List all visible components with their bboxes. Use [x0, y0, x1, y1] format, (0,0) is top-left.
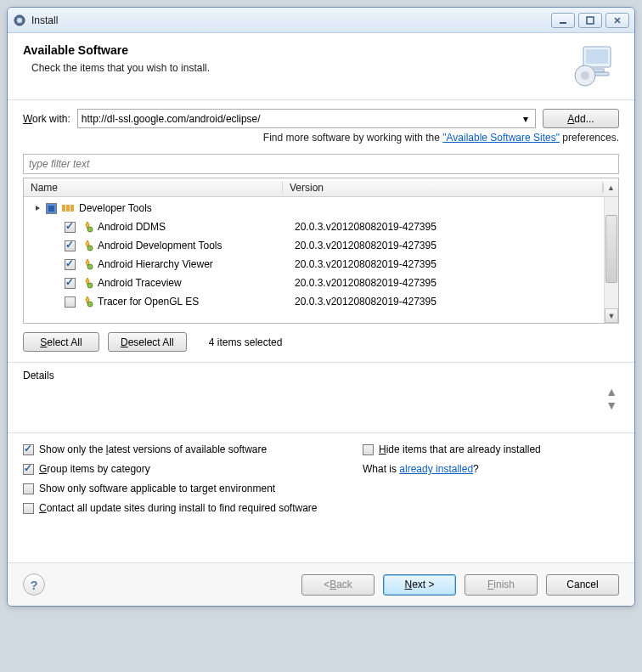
item-checkbox[interactable]	[65, 296, 76, 308]
help-button[interactable]: ?	[23, 573, 45, 596]
tree-item-version: 20.0.3.v201208082019-427395	[295, 221, 436, 233]
page-subtitle: Check the items that you wish to install…	[23, 62, 561, 74]
item-checkbox[interactable]	[65, 222, 76, 233]
software-tree: Name Version ▲	[23, 178, 619, 324]
group-by-category-checkbox[interactable]	[23, 464, 34, 475]
expand-toggle-icon[interactable]	[34, 204, 42, 212]
app-icon	[13, 14, 26, 27]
tree-item-label: Android Traceview	[98, 277, 295, 289]
tree-item-label: Android Development Tools	[98, 240, 295, 251]
svg-rect-2	[560, 22, 566, 24]
svg-point-16	[87, 283, 93, 288]
tree-item-version: 20.0.3.v201208082019-427395	[295, 240, 436, 251]
already-installed-link[interactable]: already installed	[399, 463, 473, 475]
install-dialog: Install Available Software Check the ite…	[7, 7, 635, 607]
cancel-button[interactable]: Cancel	[546, 574, 619, 596]
back-button[interactable]: < Back	[301, 574, 374, 596]
scrollbar-thumb[interactable]	[605, 215, 617, 283]
tristate-checkbox[interactable]	[46, 203, 57, 214]
wizard-graphic-icon	[570, 43, 619, 89]
tree-item-row[interactable]: Tracer for OpenGL ES 20.0.3.v20120808201…	[24, 292, 618, 311]
maximize-button[interactable]	[578, 13, 602, 28]
svg-rect-3	[587, 17, 594, 24]
tree-node-label: Developer Tools	[79, 202, 295, 214]
tree-item-version: 20.0.3.v201208082019-427395	[295, 296, 436, 308]
group-by-category-label: Group items by category	[39, 463, 150, 475]
minimize-button[interactable]	[551, 13, 575, 28]
scroll-up-button[interactable]: ▲	[603, 184, 618, 192]
plugin-icon	[81, 239, 94, 252]
deselect-all-button[interactable]: Deselect All	[108, 332, 187, 352]
selection-count: 4 items selected	[209, 336, 283, 348]
close-button[interactable]	[605, 13, 629, 28]
latest-versions-label: Show only the latest versions of availab…	[39, 443, 267, 455]
finish-button[interactable]: Finish	[465, 574, 538, 596]
hide-installed-label: Hide items that are already installed	[379, 443, 541, 455]
column-header-name[interactable]: Name	[24, 182, 283, 194]
details-expand-icon[interactable]: ▲▼	[605, 370, 619, 412]
target-env-checkbox[interactable]	[23, 483, 34, 494]
latest-versions-checkbox[interactable]	[23, 444, 34, 455]
work-with-label: Work with:	[23, 113, 70, 125]
svg-rect-10	[62, 205, 65, 212]
contact-sites-label: Contact all update sites during install …	[39, 502, 318, 514]
tree-item-version: 20.0.3.v201208082019-427395	[295, 277, 436, 289]
svg-rect-5	[586, 49, 608, 64]
plugin-icon	[81, 276, 94, 290]
next-button[interactable]: Next >	[383, 574, 456, 596]
tree-item-row[interactable]: Android Hierarchy Viewer 20.0.3.v2012080…	[24, 255, 618, 274]
item-checkbox[interactable]	[65, 278, 76, 289]
plugin-icon	[81, 220, 94, 234]
plugin-icon	[81, 295, 94, 308]
svg-point-14	[87, 246, 93, 251]
chevron-down-icon[interactable]: ▾	[520, 113, 532, 125]
wizard-header: Available Software Check the items that …	[8, 33, 634, 100]
tree-item-version: 20.0.3.v201208082019-427395	[295, 258, 436, 270]
select-all-button[interactable]: Select All	[23, 332, 99, 352]
plugin-icon	[81, 257, 94, 271]
tree-parent-row[interactable]: Developer Tools	[24, 199, 618, 217]
scroll-down-button[interactable]: ▼	[605, 308, 618, 323]
svg-point-15	[87, 264, 93, 269]
work-with-input[interactable]	[82, 113, 520, 125]
details-label: Details	[23, 370, 605, 412]
tree-item-label: Android DDMS	[98, 221, 295, 233]
vertical-scrollbar[interactable]: ▼	[604, 197, 618, 323]
tree-item-row[interactable]: Android Development Tools 20.0.3.v201208…	[24, 236, 618, 255]
column-header-version[interactable]: Version	[283, 182, 603, 194]
svg-point-13	[87, 227, 93, 232]
already-installed-hint: What is already installed?	[363, 463, 479, 475]
work-with-combo[interactable]: ▾	[77, 109, 536, 128]
filter-box[interactable]	[23, 154, 619, 174]
svg-rect-12	[70, 205, 74, 212]
svg-point-1	[17, 18, 22, 23]
available-sites-link[interactable]: "Available Software Sites"	[442, 132, 560, 144]
svg-rect-11	[66, 205, 70, 212]
category-icon	[62, 201, 76, 215]
tree-item-row[interactable]: Android Traceview 20.0.3.v201208082019-4…	[24, 274, 618, 292]
target-env-label: Show only software applicable to target …	[39, 483, 275, 494]
title-bar[interactable]: Install	[8, 8, 634, 33]
page-title: Available Software	[23, 43, 561, 57]
tree-item-row[interactable]: Android DDMS 20.0.3.v201208082019-427395	[24, 217, 618, 236]
find-more-hint: Find more software by working with the "…	[23, 132, 619, 144]
item-checkbox[interactable]	[65, 259, 76, 270]
svg-point-17	[87, 302, 93, 307]
hide-installed-checkbox[interactable]	[363, 444, 374, 455]
svg-point-9	[581, 71, 589, 80]
tree-item-label: Android Hierarchy Viewer	[98, 258, 295, 270]
window-title: Install	[31, 14, 551, 26]
tree-item-label: Tracer for OpenGL ES	[98, 296, 295, 308]
item-checkbox[interactable]	[65, 240, 76, 251]
filter-input[interactable]	[29, 158, 613, 170]
contact-sites-checkbox[interactable]	[23, 503, 34, 514]
add-button[interactable]: Add...	[543, 109, 619, 128]
